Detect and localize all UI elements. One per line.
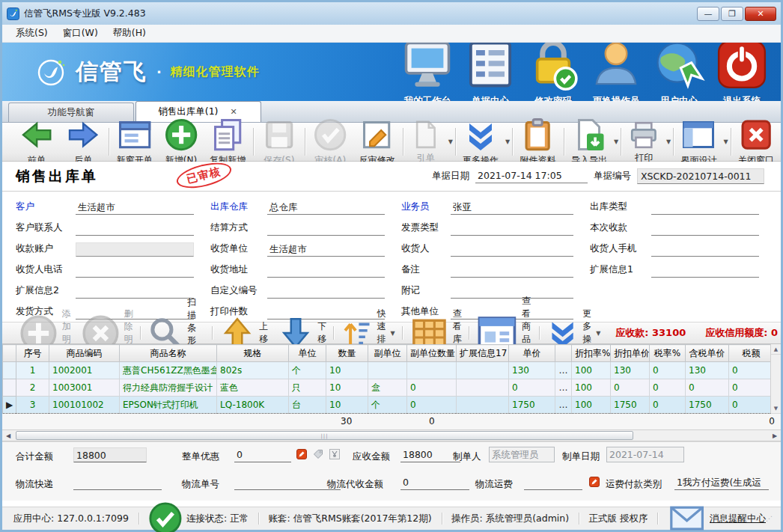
grid-row[interactable]: 11002001惠普CH561ZZ黑色墨盒802s个10130…10013001…	[3, 362, 774, 379]
freight-type-field[interactable]: 1我方付运费(生成运	[674, 475, 769, 490]
grid-cell[interactable]: 只	[289, 379, 326, 397]
toolbar-button-edit[interactable]: 反审修改	[353, 125, 400, 159]
banner-action-password[interactable]: 修改密码	[525, 43, 582, 101]
column-header[interactable]	[555, 345, 572, 362]
grid-cell[interactable]: 0	[407, 379, 457, 397]
grid-cell[interactable]: 0	[650, 397, 686, 414]
grid-cell[interactable]: 2	[16, 379, 49, 397]
vscroll-up-arrow-icon[interactable]: ▲	[771, 344, 781, 355]
column-header[interactable]: 单位	[289, 345, 326, 362]
grid-cell[interactable]: 1	[16, 362, 49, 379]
logistics-field[interactable]	[73, 475, 162, 490]
vscroll-down-arrow-icon[interactable]: ▼	[771, 403, 781, 414]
dropdown-arrow-icon[interactable]: ▼	[614, 138, 618, 145]
column-header[interactable]: 副单位数量	[407, 345, 457, 362]
grid-cell[interactable]: 10	[326, 379, 368, 397]
banner-action-workbench[interactable]: 我的工作台	[399, 43, 456, 101]
column-header[interactable]: 商品名称	[120, 345, 217, 362]
column-header[interactable]: 规格	[217, 345, 289, 362]
row-ellipsis-button[interactable]: …	[555, 397, 572, 414]
grid-cell[interactable]: LQ-1800K	[217, 397, 289, 414]
grid-cell[interactable]: 1002001	[49, 362, 120, 379]
grid-cell[interactable]: 0	[729, 397, 774, 414]
grid-cell[interactable]: 盒	[368, 379, 407, 397]
form-field[interactable]	[651, 242, 759, 257]
grid-cell[interactable]: 0	[729, 362, 774, 379]
form-field[interactable]	[451, 221, 573, 236]
grid-cell[interactable]: 得力经典防滑握手设计	[120, 379, 217, 397]
form-label-link[interactable]: 客户	[16, 201, 76, 215]
grid-cell[interactable]: 1750	[611, 397, 650, 414]
menu-item[interactable]: 帮助(H)	[106, 25, 153, 42]
banner-action-switch-user[interactable]: 更换操作员	[588, 43, 645, 101]
dropdown-arrow-icon[interactable]: ▼	[723, 138, 728, 145]
receivable-amount-field[interactable]: 18800	[400, 447, 460, 462]
hscroll-right-arrow-icon[interactable]: ▶	[769, 430, 781, 441]
grid-vscrollbar[interactable]: ▲▼	[770, 344, 781, 414]
freight-field[interactable]	[524, 475, 582, 490]
toolbar-button-chevrons[interactable]: 更多操作	[457, 125, 504, 159]
row-marker[interactable]	[3, 362, 16, 379]
column-header[interactable]: 单价	[509, 345, 555, 362]
toolbar-button-window-new[interactable]: 新窗开单	[112, 125, 158, 159]
column-header[interactable]: 折扣单价	[611, 345, 650, 362]
form-field[interactable]	[267, 221, 385, 236]
grid-cell[interactable]: 0	[729, 379, 774, 397]
round-off-icon[interactable]	[329, 448, 341, 460]
grid-cell[interactable]: 802s	[217, 362, 289, 379]
form-field[interactable]	[651, 201, 759, 215]
menu-item[interactable]: 窗口(W)	[55, 25, 106, 42]
grid-cell[interactable]	[457, 362, 509, 379]
form-field[interactable]: 总仓库	[267, 201, 385, 215]
grid-cell[interactable]: 130	[611, 362, 650, 379]
form-field[interactable]	[76, 221, 194, 236]
grid-cell[interactable]	[368, 362, 407, 379]
grid-cell[interactable]	[457, 379, 509, 397]
grid-cell[interactable]: 蓝色	[217, 379, 289, 397]
grid-cell[interactable]: 10	[326, 397, 368, 414]
banner-action-user-center[interactable]: 用户中心	[651, 43, 707, 101]
menu-item[interactable]: 系统(S)	[8, 25, 55, 42]
grid-cell[interactable]: 130	[509, 362, 555, 379]
toolbar-button-arrow-left[interactable]: 前单	[13, 125, 60, 159]
row-ellipsis-button[interactable]: …	[555, 379, 572, 397]
banner-action-exit[interactable]: 退出系统	[713, 43, 770, 101]
grid-cell[interactable]	[407, 362, 457, 379]
form-field[interactable]: 生活超市	[76, 201, 194, 215]
toolbar-button-plus-green[interactable]: 新增(N)	[158, 125, 204, 159]
column-header[interactable]: 税额	[729, 345, 774, 362]
toolbar-button-arrow-right[interactable]: 后单	[60, 125, 106, 159]
toolbar-button-layout[interactable]: 界面设计	[675, 125, 722, 159]
doc-date-field[interactable]: 2021-07-14 17:05	[475, 169, 588, 183]
column-header[interactable]: 折扣率%	[572, 345, 611, 362]
column-header[interactable]: 商品编码	[49, 345, 120, 362]
form-field[interactable]: 生活超市	[267, 242, 385, 257]
tracking-no-field[interactable]	[234, 475, 341, 490]
grid-row[interactable]: 21003001得力经典防滑握手设计蓝色只10盒00…1000000	[3, 379, 774, 397]
banner-action-doc-center[interactable]: 单据中心	[462, 43, 519, 101]
grid-cell[interactable]: 台	[289, 397, 326, 414]
grid-cell[interactable]: 0	[611, 379, 650, 397]
toolbar-button-clipboard[interactable]: 附件资料	[514, 125, 561, 159]
hscroll-thumb[interactable]	[16, 431, 633, 440]
status-link[interactable]: 消息提醒中心	[668, 499, 766, 532]
form-field[interactable]	[451, 263, 573, 278]
grid-cell[interactable]: 100	[572, 397, 611, 414]
minimize-button[interactable]: —	[697, 7, 719, 21]
form-field[interactable]	[76, 263, 194, 278]
grid-cell[interactable]: 0	[509, 379, 555, 397]
grid-cell[interactable]: 130	[686, 362, 729, 379]
dropdown-arrow-icon[interactable]: ▼	[666, 138, 671, 145]
grid-cell[interactable]: 1750	[686, 397, 729, 414]
grid-cell[interactable]: 惠普CH561ZZ黑色墨盒	[120, 362, 217, 379]
form-field[interactable]	[267, 263, 385, 278]
maximize-button[interactable]: ❐	[721, 7, 743, 21]
form-field[interactable]	[651, 263, 759, 278]
dropdown-arrow-icon[interactable]: ▼	[596, 330, 600, 337]
column-header[interactable]: 副单位	[368, 345, 407, 362]
form-label-link[interactable]: 出库仓库	[210, 201, 267, 215]
grid-cell[interactable]: 100101002	[49, 397, 120, 414]
column-header[interactable]: 扩展信息17	[457, 345, 509, 362]
dropdown-arrow-icon[interactable]: ▼	[505, 138, 510, 145]
grid-cell[interactable]: 0	[407, 397, 457, 414]
